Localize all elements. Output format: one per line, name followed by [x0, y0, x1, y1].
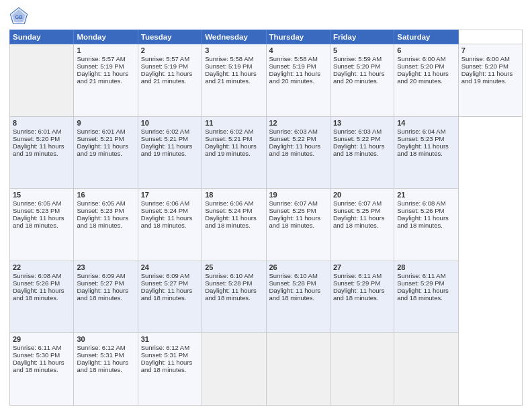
- sunset-text: Sunset: 5:20 PM: [397, 62, 444, 70]
- day-cell: 19Sunrise: 6:07 AMSunset: 5:25 PMDayligh…: [266, 189, 330, 261]
- sunset-text: Sunset: 5:19 PM: [141, 62, 188, 70]
- sunset-text: Sunset: 5:24 PM: [205, 207, 252, 214]
- calendar-table: SundayMondayTuesdayWednesdayThursdayFrid…: [9, 30, 523, 406]
- sunset-text: Sunset: 5:23 PM: [13, 207, 60, 214]
- sunset-text: Sunset: 5:21 PM: [205, 135, 252, 142]
- day-cell: 2Sunrise: 5:57 AMSunset: 5:19 PMDaylight…: [138, 44, 202, 117]
- header-row: SundayMondayTuesdayWednesdayThursdayFrid…: [10, 30, 523, 44]
- day-cell: [330, 333, 394, 406]
- day-cell: 24Sunrise: 6:09 AMSunset: 5:27 PMDayligh…: [138, 261, 202, 333]
- sunrise-text: Sunrise: 5:58 AM: [269, 55, 318, 62]
- day-cell: 1Sunrise: 5:57 AMSunset: 5:19 PMDaylight…: [74, 44, 138, 117]
- day-number: 8: [13, 119, 71, 127]
- sunrise-text: Sunrise: 6:00 AM: [397, 55, 445, 62]
- sunset-text: Sunset: 5:31 PM: [141, 351, 188, 359]
- sunrise-text: Sunrise: 6:11 AM: [333, 272, 382, 279]
- sunrise-text: Sunrise: 6:03 AM: [269, 128, 318, 135]
- sunrise-text: Sunrise: 5:57 AM: [141, 55, 189, 62]
- sunrise-text: Sunrise: 6:09 AM: [77, 272, 125, 279]
- day-number: 3: [205, 46, 263, 54]
- daylight-text: Daylight: 11 hours and 18 minutes.: [141, 214, 193, 229]
- daylight-text: Daylight: 11 hours and 18 minutes.: [397, 287, 449, 302]
- day-number: 18: [205, 191, 263, 199]
- day-number: 20: [333, 191, 391, 199]
- week-row-4: 29Sunrise: 6:11 AMSunset: 5:30 PMDayligh…: [10, 333, 523, 406]
- day-number: 11: [205, 119, 263, 127]
- header-cell-sunday: Sunday: [10, 30, 74, 44]
- daylight-text: Daylight: 11 hours and 18 minutes.: [205, 287, 257, 302]
- sunset-text: Sunset: 5:26 PM: [397, 207, 444, 214]
- day-cell: 6Sunrise: 6:00 AMSunset: 5:20 PMDaylight…: [394, 44, 458, 117]
- week-row-2: 15Sunrise: 6:05 AMSunset: 5:23 PMDayligh…: [10, 189, 523, 261]
- day-cell: 27Sunrise: 6:11 AMSunset: 5:29 PMDayligh…: [330, 261, 394, 333]
- sunrise-text: Sunrise: 6:06 AM: [141, 199, 189, 207]
- sunrise-text: Sunrise: 6:08 AM: [397, 199, 445, 207]
- sunset-text: Sunset: 5:22 PM: [333, 135, 380, 142]
- sunrise-text: Sunrise: 6:05 AM: [77, 199, 125, 207]
- sunrise-text: Sunrise: 6:00 AM: [461, 55, 510, 62]
- day-cell: 20Sunrise: 6:07 AMSunset: 5:25 PMDayligh…: [330, 189, 394, 261]
- day-cell: 11Sunrise: 6:02 AMSunset: 5:21 PMDayligh…: [202, 116, 266, 189]
- header-cell-thursday: Thursday: [266, 30, 330, 44]
- daylight-text: Daylight: 11 hours and 18 minutes.: [397, 142, 449, 157]
- day-cell: 4Sunrise: 5:58 AMSunset: 5:19 PMDaylight…: [266, 44, 330, 117]
- day-cell: 15Sunrise: 6:05 AMSunset: 5:23 PMDayligh…: [10, 189, 74, 261]
- sunset-text: Sunset: 5:28 PM: [269, 279, 316, 287]
- day-cell: 28Sunrise: 6:11 AMSunset: 5:29 PMDayligh…: [394, 261, 458, 333]
- sunrise-text: Sunrise: 6:10 AM: [205, 272, 253, 279]
- sunrise-text: Sunrise: 6:11 AM: [397, 272, 445, 279]
- day-cell: 21Sunrise: 6:08 AMSunset: 5:26 PMDayligh…: [394, 189, 458, 261]
- calendar-body: 1Sunrise: 5:57 AMSunset: 5:19 PMDaylight…: [10, 44, 523, 406]
- day-cell: 3Sunrise: 5:58 AMSunset: 5:19 PMDaylight…: [202, 44, 266, 117]
- header-cell-friday: Friday: [330, 30, 394, 44]
- sunrise-text: Sunrise: 6:01 AM: [13, 128, 61, 135]
- logo: GB: [9, 7, 31, 26]
- day-cell: [394, 333, 458, 406]
- day-number: 1: [77, 46, 134, 54]
- day-number: 16: [77, 191, 134, 199]
- sunrise-text: Sunrise: 6:09 AM: [141, 272, 189, 279]
- sunset-text: Sunset: 5:27 PM: [141, 279, 188, 287]
- sunrise-text: Sunrise: 6:05 AM: [13, 199, 61, 207]
- sunrise-text: Sunrise: 6:07 AM: [269, 199, 318, 207]
- day-number: 10: [141, 119, 199, 127]
- daylight-text: Daylight: 11 hours and 18 minutes.: [13, 359, 64, 373]
- sunrise-text: Sunrise: 6:08 AM: [13, 272, 61, 279]
- daylight-text: Daylight: 11 hours and 20 minutes.: [397, 70, 449, 85]
- day-number: 9: [77, 119, 134, 127]
- daylight-text: Daylight: 11 hours and 18 minutes.: [13, 214, 64, 229]
- daylight-text: Daylight: 11 hours and 18 minutes.: [269, 142, 321, 157]
- sunrise-text: Sunrise: 5:58 AM: [205, 55, 253, 62]
- sunrise-text: Sunrise: 6:10 AM: [269, 272, 318, 279]
- calendar-header: SundayMondayTuesdayWednesdayThursdayFrid…: [10, 30, 523, 44]
- sunset-text: Sunset: 5:29 PM: [397, 279, 444, 287]
- svg-text:GB: GB: [15, 14, 23, 20]
- day-number: 27: [333, 263, 391, 271]
- daylight-text: Daylight: 11 hours and 19 minutes.: [141, 142, 193, 157]
- sunset-text: Sunset: 5:25 PM: [333, 207, 380, 214]
- day-number: 4: [269, 46, 327, 54]
- day-number: 31: [141, 335, 199, 343]
- header-cell-tuesday: Tuesday: [138, 30, 202, 44]
- header-cell-wednesday: Wednesday: [202, 30, 266, 44]
- daylight-text: Daylight: 11 hours and 18 minutes.: [333, 214, 385, 229]
- day-cell: 23Sunrise: 6:09 AMSunset: 5:27 PMDayligh…: [74, 261, 138, 333]
- sunset-text: Sunset: 5:19 PM: [205, 62, 252, 70]
- daylight-text: Daylight: 11 hours and 20 minutes.: [269, 70, 321, 85]
- day-cell: 30Sunrise: 6:12 AMSunset: 5:31 PMDayligh…: [74, 333, 138, 406]
- sunrise-text: Sunrise: 5:59 AM: [333, 55, 382, 62]
- sunrise-text: Sunrise: 6:01 AM: [77, 128, 125, 135]
- daylight-text: Daylight: 11 hours and 18 minutes.: [13, 287, 64, 302]
- day-cell: 9Sunrise: 6:01 AMSunset: 5:21 PMDaylight…: [74, 116, 138, 189]
- week-row-1: 8Sunrise: 6:01 AMSunset: 5:20 PMDaylight…: [10, 116, 523, 189]
- sunrise-text: Sunrise: 6:06 AM: [205, 199, 253, 207]
- sunrise-text: Sunrise: 6:02 AM: [141, 128, 189, 135]
- day-cell: 5Sunrise: 5:59 AMSunset: 5:20 PMDaylight…: [330, 44, 394, 117]
- sunset-text: Sunset: 5:27 PM: [77, 279, 124, 287]
- sunrise-text: Sunrise: 6:02 AM: [205, 128, 253, 135]
- daylight-text: Daylight: 11 hours and 18 minutes.: [77, 214, 128, 229]
- sunset-text: Sunset: 5:25 PM: [269, 207, 316, 214]
- daylight-text: Daylight: 11 hours and 18 minutes.: [77, 359, 128, 373]
- day-cell: [202, 333, 266, 406]
- daylight-text: Daylight: 11 hours and 18 minutes.: [141, 287, 193, 302]
